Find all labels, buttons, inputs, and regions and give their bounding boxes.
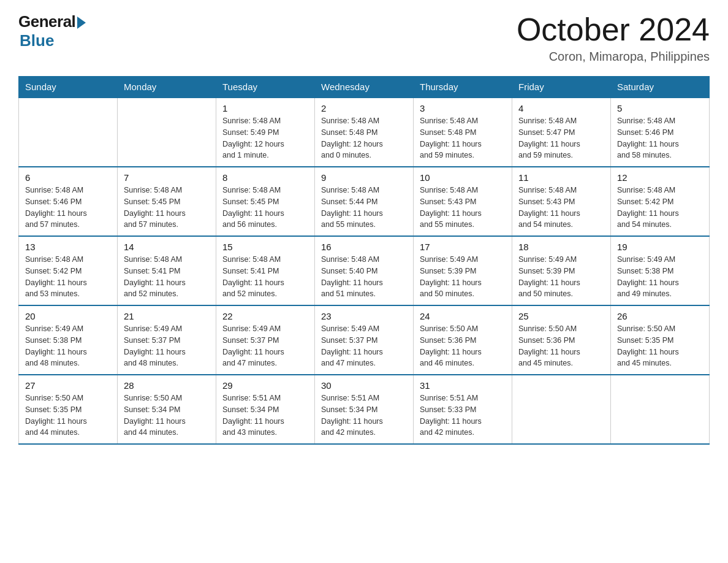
calendar-cell: 15Sunrise: 5:48 AMSunset: 5:41 PMDayligh… — [216, 236, 315, 305]
calendar-cell: 9Sunrise: 5:48 AMSunset: 5:44 PMDaylight… — [315, 167, 414, 236]
day-number: 26 — [617, 311, 703, 321]
calendar-cell: 5Sunrise: 5:48 AMSunset: 5:46 PMDaylight… — [611, 98, 710, 167]
calendar-header-monday: Monday — [118, 77, 216, 98]
calendar-cell: 23Sunrise: 5:49 AMSunset: 5:37 PMDayligh… — [315, 305, 414, 375]
day-info: Sunrise: 5:48 AMSunset: 5:43 PMDaylight:… — [420, 185, 506, 231]
calendar-cell: 21Sunrise: 5:49 AMSunset: 5:37 PMDayligh… — [118, 305, 216, 375]
calendar-cell: 18Sunrise: 5:49 AMSunset: 5:39 PMDayligh… — [512, 236, 611, 305]
day-info: Sunrise: 5:50 AMSunset: 5:35 PMDaylight:… — [617, 323, 703, 369]
calendar-cell: 3Sunrise: 5:48 AMSunset: 5:48 PMDaylight… — [414, 98, 512, 167]
day-info: Sunrise: 5:48 AMSunset: 5:48 PMDaylight:… — [420, 115, 506, 161]
day-number: 21 — [124, 311, 210, 321]
calendar-cell: 8Sunrise: 5:48 AMSunset: 5:45 PMDaylight… — [216, 167, 315, 236]
calendar-cell — [19, 98, 118, 167]
calendar-cell: 19Sunrise: 5:49 AMSunset: 5:38 PMDayligh… — [611, 236, 710, 305]
calendar-header-sunday: Sunday — [19, 77, 118, 98]
day-number: 4 — [518, 103, 604, 113]
logo-general-text: General — [18, 12, 75, 31]
location-title: Coron, Mimaropa, Philippines — [517, 50, 710, 64]
month-title: October 2024 — [517, 12, 710, 47]
day-number: 5 — [617, 103, 703, 113]
calendar-cell: 27Sunrise: 5:50 AMSunset: 5:35 PMDayligh… — [19, 375, 118, 444]
day-number: 23 — [321, 311, 407, 321]
day-info: Sunrise: 5:50 AMSunset: 5:34 PMDaylight:… — [124, 393, 210, 439]
calendar-cell: 28Sunrise: 5:50 AMSunset: 5:34 PMDayligh… — [118, 375, 216, 444]
day-number: 28 — [124, 380, 210, 391]
day-info: Sunrise: 5:49 AMSunset: 5:37 PMDaylight:… — [124, 323, 210, 369]
day-number: 18 — [518, 242, 604, 252]
day-number: 31 — [420, 380, 506, 391]
day-info: Sunrise: 5:48 AMSunset: 5:45 PMDaylight:… — [124, 185, 210, 231]
calendar-week-row: 27Sunrise: 5:50 AMSunset: 5:35 PMDayligh… — [19, 375, 710, 444]
day-info: Sunrise: 5:50 AMSunset: 5:36 PMDaylight:… — [420, 323, 506, 369]
day-info: Sunrise: 5:48 AMSunset: 5:48 PMDaylight:… — [321, 115, 407, 161]
day-info: Sunrise: 5:51 AMSunset: 5:33 PMDaylight:… — [420, 393, 506, 439]
calendar-cell: 11Sunrise: 5:48 AMSunset: 5:43 PMDayligh… — [512, 167, 611, 236]
calendar-cell: 26Sunrise: 5:50 AMSunset: 5:35 PMDayligh… — [611, 305, 710, 375]
calendar-cell — [118, 98, 216, 167]
day-number: 6 — [25, 172, 111, 183]
calendar-header-saturday: Saturday — [611, 77, 710, 98]
calendar-cell — [512, 375, 611, 444]
day-number: 7 — [124, 172, 210, 183]
day-info: Sunrise: 5:48 AMSunset: 5:41 PMDaylight:… — [222, 254, 308, 300]
day-info: Sunrise: 5:49 AMSunset: 5:39 PMDaylight:… — [420, 254, 506, 300]
day-number: 11 — [518, 172, 604, 183]
calendar-header-tuesday: Tuesday — [216, 77, 315, 98]
day-info: Sunrise: 5:48 AMSunset: 5:41 PMDaylight:… — [124, 254, 210, 300]
day-info: Sunrise: 5:48 AMSunset: 5:44 PMDaylight:… — [321, 185, 407, 231]
calendar-cell: 17Sunrise: 5:49 AMSunset: 5:39 PMDayligh… — [414, 236, 512, 305]
day-info: Sunrise: 5:48 AMSunset: 5:46 PMDaylight:… — [25, 185, 111, 231]
day-info: Sunrise: 5:48 AMSunset: 5:40 PMDaylight:… — [321, 254, 407, 300]
calendar-cell: 13Sunrise: 5:48 AMSunset: 5:42 PMDayligh… — [19, 236, 118, 305]
logo: General Blue — [18, 12, 86, 50]
calendar-cell: 29Sunrise: 5:51 AMSunset: 5:34 PMDayligh… — [216, 375, 315, 444]
day-info: Sunrise: 5:48 AMSunset: 5:49 PMDaylight:… — [222, 115, 308, 161]
calendar-cell: 7Sunrise: 5:48 AMSunset: 5:45 PMDaylight… — [118, 167, 216, 236]
logo-blue-text: Blue — [20, 31, 54, 50]
day-number: 8 — [222, 172, 308, 183]
title-section: October 2024 Coron, Mimaropa, Philippine… — [517, 12, 710, 64]
calendar-week-row: 13Sunrise: 5:48 AMSunset: 5:42 PMDayligh… — [19, 236, 710, 305]
day-info: Sunrise: 5:49 AMSunset: 5:38 PMDaylight:… — [25, 323, 111, 369]
day-number: 2 — [321, 103, 407, 113]
calendar-week-row: 1Sunrise: 5:48 AMSunset: 5:49 PMDaylight… — [19, 98, 710, 167]
day-number: 3 — [420, 103, 506, 113]
day-number: 16 — [321, 242, 407, 252]
calendar-cell: 30Sunrise: 5:51 AMSunset: 5:34 PMDayligh… — [315, 375, 414, 444]
day-info: Sunrise: 5:48 AMSunset: 5:46 PMDaylight:… — [617, 115, 703, 161]
calendar-cell: 25Sunrise: 5:50 AMSunset: 5:36 PMDayligh… — [512, 305, 611, 375]
day-number: 27 — [25, 380, 111, 391]
day-number: 30 — [321, 380, 407, 391]
calendar-week-row: 20Sunrise: 5:49 AMSunset: 5:38 PMDayligh… — [19, 305, 710, 375]
day-number: 22 — [222, 311, 308, 321]
day-number: 12 — [617, 172, 703, 183]
day-info: Sunrise: 5:50 AMSunset: 5:35 PMDaylight:… — [25, 393, 111, 439]
calendar-cell — [611, 375, 710, 444]
calendar-cell: 14Sunrise: 5:48 AMSunset: 5:41 PMDayligh… — [118, 236, 216, 305]
calendar-cell: 22Sunrise: 5:49 AMSunset: 5:37 PMDayligh… — [216, 305, 315, 375]
day-number: 13 — [25, 242, 111, 252]
calendar-cell: 20Sunrise: 5:49 AMSunset: 5:38 PMDayligh… — [19, 305, 118, 375]
calendar-cell: 24Sunrise: 5:50 AMSunset: 5:36 PMDayligh… — [414, 305, 512, 375]
day-info: Sunrise: 5:51 AMSunset: 5:34 PMDaylight:… — [321, 393, 407, 439]
calendar-week-row: 6Sunrise: 5:48 AMSunset: 5:46 PMDaylight… — [19, 167, 710, 236]
calendar-header-wednesday: Wednesday — [315, 77, 414, 98]
calendar-cell: 10Sunrise: 5:48 AMSunset: 5:43 PMDayligh… — [414, 167, 512, 236]
day-info: Sunrise: 5:51 AMSunset: 5:34 PMDaylight:… — [222, 393, 308, 439]
day-info: Sunrise: 5:48 AMSunset: 5:43 PMDaylight:… — [518, 185, 604, 231]
logo-arrow-icon — [77, 17, 86, 29]
calendar-cell: 16Sunrise: 5:48 AMSunset: 5:40 PMDayligh… — [315, 236, 414, 305]
day-info: Sunrise: 5:48 AMSunset: 5:45 PMDaylight:… — [222, 185, 308, 231]
page-header: General Blue October 2024 Coron, Mimarop… — [18, 12, 710, 64]
day-info: Sunrise: 5:49 AMSunset: 5:39 PMDaylight:… — [518, 254, 604, 300]
day-number: 1 — [222, 103, 308, 113]
day-info: Sunrise: 5:49 AMSunset: 5:37 PMDaylight:… — [222, 323, 308, 369]
day-number: 9 — [321, 172, 407, 183]
day-info: Sunrise: 5:50 AMSunset: 5:36 PMDaylight:… — [518, 323, 604, 369]
calendar-header-thursday: Thursday — [414, 77, 512, 98]
calendar-cell: 12Sunrise: 5:48 AMSunset: 5:42 PMDayligh… — [611, 167, 710, 236]
calendar-cell: 31Sunrise: 5:51 AMSunset: 5:33 PMDayligh… — [414, 375, 512, 444]
day-info: Sunrise: 5:49 AMSunset: 5:38 PMDaylight:… — [617, 254, 703, 300]
calendar-table: SundayMondayTuesdayWednesdayThursdayFrid… — [18, 76, 710, 445]
